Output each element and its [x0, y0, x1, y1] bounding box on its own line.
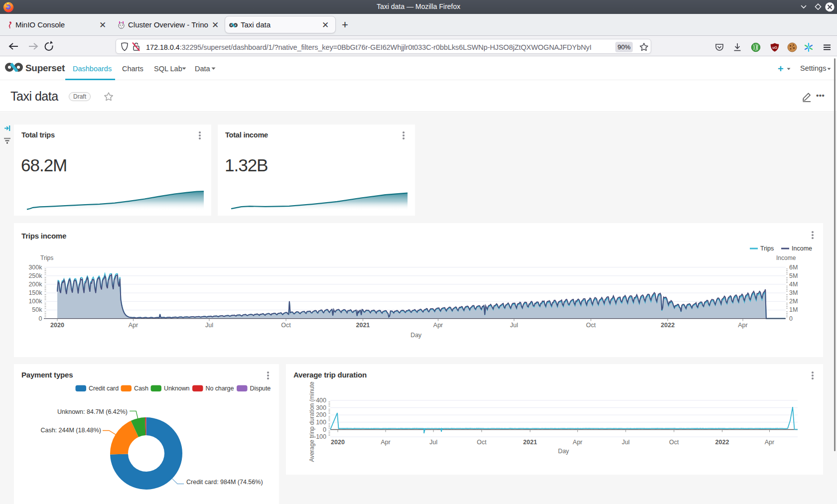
svg-text:100k: 100k: [28, 298, 42, 305]
svg-text:Income: Income: [792, 245, 812, 252]
svg-text:Credit card: Credit card: [89, 385, 119, 392]
svg-text:Average trinp duration (minute: Average trinp duration (minute: [308, 381, 315, 462]
svg-text:1M: 1M: [789, 306, 798, 313]
svg-text:50k: 50k: [32, 306, 42, 313]
svg-text:300k: 300k: [28, 264, 42, 271]
svg-text:Jul: Jul: [622, 439, 630, 446]
svg-text:2022: 2022: [715, 439, 729, 446]
svg-text:Jul: Jul: [205, 322, 213, 329]
svg-text:400: 400: [316, 397, 326, 404]
svg-text:Trips: Trips: [760, 245, 774, 252]
svg-text:Oct: Oct: [669, 439, 679, 446]
svg-text:Apr: Apr: [573, 439, 582, 446]
svg-text:Apr: Apr: [738, 322, 747, 329]
svg-text:Credit card: 984M (74.56%): Credit card: 984M (74.56%): [186, 479, 263, 486]
svg-text:0: 0: [323, 426, 326, 433]
svg-text:Trips: Trips: [40, 254, 53, 261]
svg-text:5M: 5M: [789, 272, 798, 279]
svg-text:4M: 4M: [789, 281, 798, 288]
svg-text:2022: 2022: [661, 322, 675, 329]
svg-text:Apr: Apr: [381, 439, 390, 446]
svg-text:200k: 200k: [28, 281, 42, 288]
svg-text:Apr: Apr: [129, 322, 138, 329]
svg-text:2M: 2M: [789, 298, 798, 305]
svg-text:2020: 2020: [50, 322, 64, 329]
svg-text:Day: Day: [558, 448, 569, 455]
svg-text:Unknown: Unknown: [164, 385, 190, 392]
svg-text:6M: 6M: [789, 264, 798, 271]
svg-text:Oct: Oct: [477, 439, 487, 446]
svg-text:250k: 250k: [28, 272, 42, 279]
svg-text:Cash: Cash: [134, 385, 148, 392]
svg-text:150k: 150k: [28, 289, 42, 296]
svg-text:100: 100: [316, 419, 326, 426]
svg-text:Jul: Jul: [510, 322, 518, 329]
svg-text:Oct: Oct: [586, 322, 596, 329]
svg-text:200: 200: [316, 411, 326, 418]
svg-text:2021: 2021: [523, 439, 537, 446]
svg-text:Unknown: 84.7M (6.42%): Unknown: 84.7M (6.42%): [57, 408, 128, 415]
svg-text:2020: 2020: [331, 439, 345, 446]
svg-text:Apr: Apr: [765, 439, 774, 446]
svg-text:Apr: Apr: [433, 322, 443, 329]
svg-text:0: 0: [39, 315, 42, 322]
svg-text:300: 300: [316, 404, 326, 411]
svg-text:No charge: No charge: [206, 385, 234, 392]
svg-text:uO: uO: [772, 46, 777, 49]
svg-text:Income: Income: [776, 254, 796, 261]
svg-text:Day: Day: [411, 332, 422, 339]
svg-text:Cash: 244M (18.48%): Cash: 244M (18.48%): [40, 427, 101, 434]
svg-text:Oct: Oct: [281, 322, 291, 329]
svg-text:2021: 2021: [356, 322, 370, 329]
svg-text:Jul: Jul: [429, 439, 437, 446]
svg-text:Dispute: Dispute: [250, 385, 271, 392]
svg-text:0: 0: [789, 315, 793, 322]
svg-text:3M: 3M: [789, 289, 798, 296]
svg-text:-100: -100: [314, 433, 326, 440]
